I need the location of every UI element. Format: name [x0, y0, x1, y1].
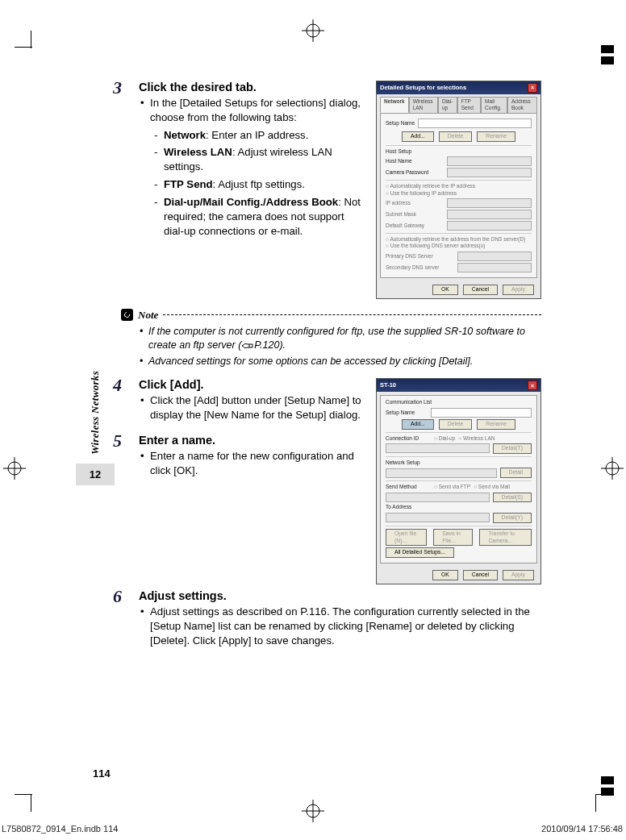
- tab-mail-config: Mail Config.: [481, 97, 507, 113]
- note-block: Note If the computer is not currently co…: [121, 309, 541, 369]
- registration-mark-top: [302, 19, 324, 42]
- close-icon: ×: [528, 380, 537, 390]
- delete-button: Delete: [439, 419, 473, 430]
- apply-button: Apply: [503, 570, 534, 580]
- crop-mark: [15, 31, 32, 48]
- tab-option-ftp-send: FTP Send: Adjust ftp settings.: [164, 177, 365, 192]
- screenshot-st10-dialog: ST-10× Communication List Setup Name Add…: [376, 378, 541, 584]
- step-number: 4: [113, 375, 122, 396]
- step-number: 5: [113, 430, 122, 451]
- registration-mark-bottom: [302, 800, 324, 822]
- step-bullet: Click the [Add] button under [Setup Name…: [150, 393, 365, 422]
- tab-option-dialup: Dial-up/Mail Config./Address Book: Not r…: [164, 195, 365, 238]
- delete-button: Delete: [439, 131, 473, 142]
- add-button: Add...: [402, 419, 434, 430]
- screenshot-detailed-setups-dialog: Detailed Setups for selections× Network …: [376, 81, 541, 299]
- footer-timestamp: 2010/09/14 17:56:48: [541, 824, 623, 834]
- note-icon: [121, 309, 133, 321]
- close-icon: ×: [528, 83, 537, 93]
- note-item: Advanced settings for some options can b…: [148, 355, 541, 368]
- tab-network: Network: [380, 97, 409, 113]
- step-number: 3: [113, 77, 122, 98]
- step-number: 6: [113, 586, 122, 607]
- step-title: Click [Add].: [139, 378, 365, 391]
- tab-ftp-send: FTP Send: [457, 97, 481, 113]
- step-3: 3 Click the desired tab. In the [Detaile…: [113, 81, 365, 238]
- step-4: 4 Click [Add]. Click the [Add] button un…: [113, 378, 365, 422]
- svg-rect-15: [601, 788, 614, 796]
- step-6: 6 Adjust settings. Adjust settings as de…: [113, 589, 541, 647]
- step-title: Click the desired tab.: [139, 81, 365, 94]
- ok-button: OK: [432, 570, 458, 580]
- note-label: Note: [138, 309, 158, 322]
- step-title: Enter a name.: [139, 434, 365, 447]
- tab-wireless-lan: Wireless LAN: [409, 97, 438, 113]
- step-bullet: Adjust settings as described on P.116. T…: [150, 605, 541, 647]
- apply-button: Apply: [503, 285, 534, 295]
- tab-address-book: Address Book: [507, 97, 537, 113]
- crop-mark: [595, 794, 613, 812]
- step-title: Adjust settings.: [139, 589, 541, 602]
- rename-button: Rename: [477, 131, 515, 142]
- step-bullet: In the [Detailed Setups for selections] …: [150, 96, 365, 238]
- ok-button: OK: [432, 285, 458, 295]
- cancel-button: Cancel: [463, 285, 498, 295]
- cancel-button: Cancel: [463, 570, 498, 580]
- note-item: If the computer is not currently configu…: [148, 325, 541, 352]
- footer-filename: L7580872_0914_En.indb 114: [2, 824, 118, 834]
- add-button: Add...: [402, 131, 434, 142]
- pointing-hand-icon: [241, 341, 254, 349]
- rename-button: Rename: [477, 419, 515, 430]
- crop-mark: [15, 794, 32, 812]
- step-5: 5 Enter a name. Enter a name for the new…: [113, 434, 365, 478]
- tab-dialup: Dial-up: [438, 97, 457, 113]
- step-bullet: Enter a name for the new configuration a…: [150, 449, 365, 478]
- tab-option-network: Network: Enter an IP address.: [164, 128, 365, 143]
- tab-option-wireless-lan: Wireless LAN: Adjust wireless LAN settin…: [164, 145, 365, 174]
